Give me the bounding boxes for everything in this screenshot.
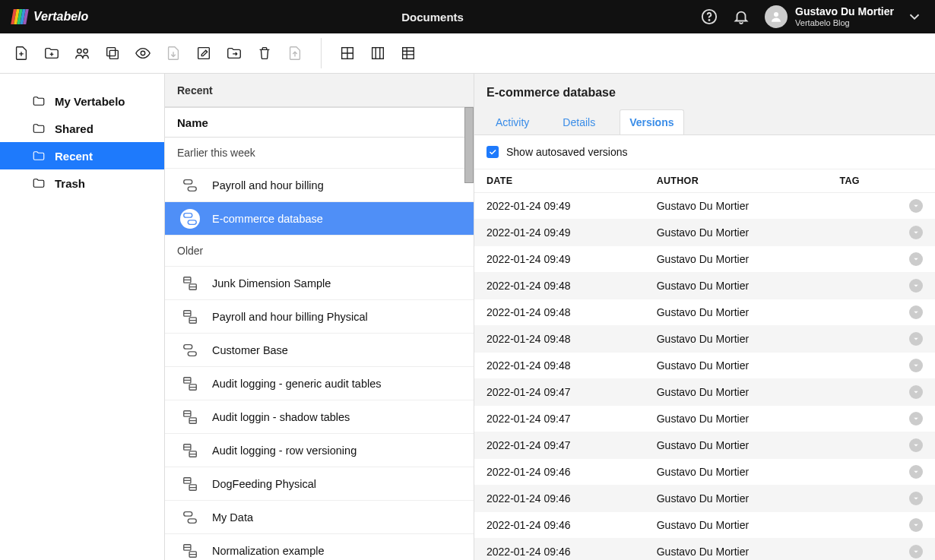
scrollbar-thumb[interactable]	[464, 107, 474, 183]
svg-point-7	[141, 51, 145, 55]
document-name: E-commerce database	[212, 213, 323, 225]
row-menu-icon[interactable]	[909, 518, 923, 532]
document-row[interactable]: Customer Base	[165, 334, 474, 367]
version-row[interactable]: 2022-01-24 09:46Gustavo Du Mortier	[474, 512, 935, 539]
document-row[interactable]: DogFeeding Physical	[165, 467, 474, 501]
physical-model-icon	[180, 274, 200, 293]
document-row[interactable]: Junk Dimension Sample	[165, 267, 474, 300]
page-title: Documents	[164, 11, 701, 24]
row-menu-icon[interactable]	[909, 332, 923, 346]
version-tag	[827, 246, 897, 273]
version-row[interactable]: 2022-01-24 09:47Gustavo Du Mortier	[474, 432, 935, 459]
brand[interactable]: Vertabelo	[12, 9, 164, 24]
row-menu-icon[interactable]	[909, 199, 923, 213]
version-row[interactable]: 2022-01-24 09:47Gustavo Du Mortier	[474, 406, 935, 432]
version-row[interactable]: 2022-01-24 09:46Gustavo Du Mortier	[474, 486, 935, 512]
topbar: Vertabelo Documents Gustavo Du Mortier V…	[0, 0, 935, 33]
view-table-icon[interactable]	[399, 44, 417, 62]
notifications-icon[interactable]	[733, 8, 750, 25]
document-row[interactable]: Normalization example	[165, 534, 474, 560]
user-menu[interactable]: Gustavo Du Mortier Vertabelo Blog	[765, 5, 923, 28]
help-icon[interactable]	[701, 8, 718, 25]
logical-model-icon	[180, 340, 200, 360]
version-row[interactable]: 2022-01-24 09:48Gustavo Du Mortier	[474, 353, 935, 379]
row-menu-icon[interactable]	[909, 545, 923, 558]
sidebar-item-trash[interactable]: Trash	[0, 169, 164, 197]
row-menu-icon[interactable]	[909, 252, 923, 266]
row-menu-icon[interactable]	[909, 305, 923, 319]
version-author: Gustavo Du Mortier	[645, 326, 828, 353]
tab-versions[interactable]: Versions	[620, 109, 683, 134]
brand-logo-icon	[11, 9, 29, 24]
row-menu-icon[interactable]	[909, 492, 923, 505]
share-icon[interactable]	[73, 44, 91, 62]
delete-icon[interactable]	[255, 44, 274, 62]
row-menu-icon[interactable]	[909, 438, 923, 452]
document-row[interactable]: E-commerce database	[165, 202, 474, 236]
version-author: Gustavo Du Mortier	[645, 459, 828, 486]
svg-rect-30	[184, 511, 192, 516]
document-row[interactable]: Payroll and hour billing Physical	[165, 300, 474, 334]
document-name: Audit logging - row versioning	[212, 445, 357, 457]
tab-activity[interactable]: Activity	[487, 110, 538, 134]
version-row[interactable]: 2022-01-24 09:48Gustavo Du Mortier	[474, 299, 935, 326]
export-icon	[286, 44, 304, 62]
documents-name-header[interactable]: Name	[165, 107, 474, 138]
documents-scroll[interactable]: Earlier this weekPayroll and hour billin…	[165, 138, 474, 560]
version-tag	[827, 512, 897, 539]
preview-icon[interactable]	[134, 44, 152, 62]
row-menu-icon[interactable]	[909, 279, 923, 293]
sidebar-item-recent[interactable]: Recent	[0, 142, 164, 169]
document-row[interactable]: Payroll and hour billing	[165, 169, 474, 202]
document-row[interactable]: Audit loggin - shadow tables	[165, 400, 474, 434]
row-menu-icon[interactable]	[909, 412, 923, 426]
col-tag[interactable]: TAG	[827, 169, 897, 193]
version-date: 2022-01-24 09:47	[474, 432, 645, 459]
new-folder-icon[interactable]	[43, 44, 61, 62]
document-name: Customer Base	[212, 344, 288, 356]
version-row[interactable]: 2022-01-24 09:49Gustavo Du Mortier	[474, 220, 935, 246]
row-menu-icon[interactable]	[909, 465, 923, 479]
version-date: 2022-01-24 09:48	[474, 299, 645, 326]
physical-model-icon	[180, 374, 200, 394]
tab-details[interactable]: Details	[553, 110, 604, 134]
version-tag	[827, 193, 897, 220]
user-subtitle: Vertabelo Blog	[795, 18, 894, 27]
version-row[interactable]: 2022-01-24 09:46Gustavo Du Mortier	[474, 539, 935, 561]
view-columns-icon[interactable]	[369, 44, 387, 62]
document-row[interactable]: Audit logging - row versioning	[165, 434, 474, 467]
version-row[interactable]: 2022-01-24 09:46Gustavo Du Mortier	[474, 459, 935, 486]
col-date[interactable]: DATE	[474, 169, 645, 193]
document-name: Payroll and hour billing Physical	[212, 311, 368, 323]
svg-rect-11	[403, 48, 414, 59]
svg-point-3	[78, 49, 82, 54]
physical-model-icon	[180, 541, 200, 561]
version-row[interactable]: 2022-01-24 09:48Gustavo Du Mortier	[474, 326, 935, 353]
autosave-row[interactable]: Show autosaved versions	[474, 135, 935, 169]
document-row[interactable]: My Data	[165, 501, 474, 534]
edit-icon[interactable]	[195, 44, 213, 62]
sidebar-item-my-vertabelo[interactable]: My Vertabelo	[0, 87, 164, 115]
version-author: Gustavo Du Mortier	[645, 299, 828, 326]
view-grid-icon[interactable]	[338, 44, 357, 62]
row-menu-icon[interactable]	[909, 359, 923, 372]
version-row[interactable]: 2022-01-24 09:47Gustavo Du Mortier	[474, 379, 935, 406]
sidebar-item-label: Recent	[55, 150, 93, 163]
document-row[interactable]: Audit logging - generic audit tables	[165, 367, 474, 400]
version-tag	[827, 486, 897, 512]
autosave-checkbox[interactable]	[487, 146, 499, 158]
version-row[interactable]: 2022-01-24 09:49Gustavo Du Mortier	[474, 246, 935, 273]
list-section-header: Earlier this week	[165, 138, 474, 169]
copy-icon[interactable]	[103, 44, 122, 62]
chevron-down-icon	[906, 8, 923, 25]
version-date: 2022-01-24 09:47	[474, 406, 645, 432]
row-menu-icon[interactable]	[909, 385, 923, 399]
row-menu-icon[interactable]	[909, 226, 923, 239]
version-row[interactable]: 2022-01-24 09:49Gustavo Du Mortier	[474, 193, 935, 220]
version-row[interactable]: 2022-01-24 09:48Gustavo Du Mortier	[474, 273, 935, 299]
col-author[interactable]: AUTHOR	[645, 169, 828, 193]
user-name: Gustavo Du Mortier	[795, 6, 894, 17]
new-doc-icon[interactable]	[12, 44, 30, 62]
move-icon[interactable]	[225, 44, 243, 62]
sidebar-item-shared[interactable]: Shared	[0, 115, 164, 142]
